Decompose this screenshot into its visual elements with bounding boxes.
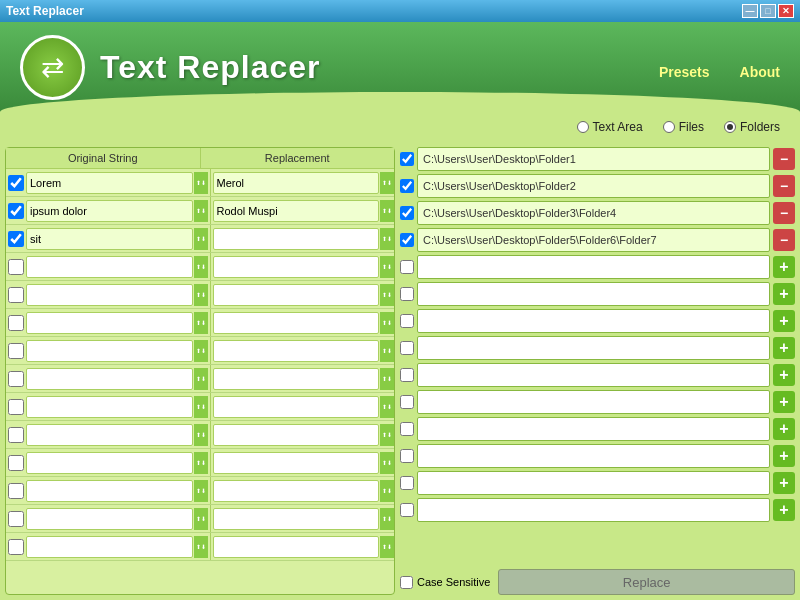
spin-replacement-5[interactable] (380, 312, 394, 334)
original-input-10[interactable] (26, 452, 193, 474)
spin-original-5[interactable] (194, 312, 208, 334)
radio-text-area[interactable] (577, 121, 589, 133)
folder-checkbox-4[interactable] (400, 260, 414, 274)
folder-remove-btn-3[interactable]: − (773, 229, 795, 251)
folder-checkbox-1[interactable] (400, 179, 414, 193)
folder-input-12[interactable] (417, 471, 770, 495)
tab-text-area[interactable]: Text Area (577, 120, 643, 134)
close-button[interactable]: ✕ (778, 4, 794, 18)
row-checkbox-11[interactable] (8, 483, 24, 499)
original-input-0[interactable] (26, 172, 193, 194)
row-checkbox-0[interactable] (8, 175, 24, 191)
folder-checkbox-0[interactable] (400, 152, 414, 166)
row-checkbox-1[interactable] (8, 203, 24, 219)
row-checkbox-4[interactable] (8, 287, 24, 303)
folder-add-btn-8[interactable]: + (773, 364, 795, 386)
spin-original-12[interactable] (194, 508, 208, 530)
replacement-input-3[interactable] (213, 256, 380, 278)
case-sensitive-option[interactable]: Case Sensitive (400, 576, 490, 589)
spin-replacement-12[interactable] (380, 508, 394, 530)
replacement-input-12[interactable] (213, 508, 380, 530)
folder-input-8[interactable] (417, 363, 770, 387)
spin-original-6[interactable] (194, 340, 208, 362)
folder-checkbox-7[interactable] (400, 341, 414, 355)
folder-input-0[interactable] (417, 147, 770, 171)
spin-replacement-9[interactable] (380, 424, 394, 446)
spin-original-0[interactable] (194, 172, 208, 194)
folder-remove-btn-2[interactable]: − (773, 202, 795, 224)
folder-checkbox-5[interactable] (400, 287, 414, 301)
spin-original-7[interactable] (194, 368, 208, 390)
replacement-input-4[interactable] (213, 284, 380, 306)
tab-files[interactable]: Files (663, 120, 704, 134)
original-input-1[interactable] (26, 200, 193, 222)
folder-input-3[interactable] (417, 228, 770, 252)
spin-replacement-13[interactable] (380, 536, 394, 558)
row-checkbox-3[interactable] (8, 259, 24, 275)
folder-checkbox-10[interactable] (400, 422, 414, 436)
presets-link[interactable]: Presets (659, 64, 710, 80)
spin-original-2[interactable] (194, 228, 208, 250)
spin-replacement-6[interactable] (380, 340, 394, 362)
original-input-13[interactable] (26, 536, 193, 558)
folder-input-1[interactable] (417, 174, 770, 198)
folder-input-11[interactable] (417, 444, 770, 468)
row-checkbox-10[interactable] (8, 455, 24, 471)
radio-folders[interactable] (724, 121, 736, 133)
replacement-input-13[interactable] (213, 536, 380, 558)
spin-replacement-0[interactable] (380, 172, 394, 194)
spin-original-13[interactable] (194, 536, 208, 558)
folder-add-btn-6[interactable]: + (773, 310, 795, 332)
row-checkbox-7[interactable] (8, 371, 24, 387)
spin-replacement-3[interactable] (380, 256, 394, 278)
spin-replacement-1[interactable] (380, 200, 394, 222)
folder-checkbox-13[interactable] (400, 503, 414, 517)
folder-checkbox-6[interactable] (400, 314, 414, 328)
replacement-input-11[interactable] (213, 480, 380, 502)
row-checkbox-5[interactable] (8, 315, 24, 331)
replacement-input-0[interactable] (213, 172, 380, 194)
original-input-12[interactable] (26, 508, 193, 530)
about-link[interactable]: About (740, 64, 780, 80)
folder-add-btn-9[interactable]: + (773, 391, 795, 413)
row-checkbox-9[interactable] (8, 427, 24, 443)
maximize-button[interactable]: □ (760, 4, 776, 18)
folder-remove-btn-1[interactable]: − (773, 175, 795, 197)
spin-replacement-11[interactable] (380, 480, 394, 502)
folder-input-2[interactable] (417, 201, 770, 225)
folder-input-10[interactable] (417, 417, 770, 441)
original-input-8[interactable] (26, 396, 193, 418)
replacement-input-7[interactable] (213, 368, 380, 390)
folder-add-btn-5[interactable]: + (773, 283, 795, 305)
spin-original-4[interactable] (194, 284, 208, 306)
spin-original-3[interactable] (194, 256, 208, 278)
tab-folders[interactable]: Folders (724, 120, 780, 134)
folder-checkbox-9[interactable] (400, 395, 414, 409)
folder-add-btn-4[interactable]: + (773, 256, 795, 278)
spin-original-11[interactable] (194, 480, 208, 502)
replacement-input-2[interactable] (213, 228, 380, 250)
folder-checkbox-8[interactable] (400, 368, 414, 382)
spin-original-1[interactable] (194, 200, 208, 222)
folder-checkbox-2[interactable] (400, 206, 414, 220)
replace-button[interactable]: Replace (498, 569, 795, 595)
folder-add-btn-7[interactable]: + (773, 337, 795, 359)
folder-add-btn-11[interactable]: + (773, 445, 795, 467)
folder-checkbox-11[interactable] (400, 449, 414, 463)
folder-remove-btn-0[interactable]: − (773, 148, 795, 170)
folder-add-btn-13[interactable]: + (773, 499, 795, 521)
radio-files[interactable] (663, 121, 675, 133)
spin-original-10[interactable] (194, 452, 208, 474)
replacement-input-8[interactable] (213, 396, 380, 418)
folder-add-btn-12[interactable]: + (773, 472, 795, 494)
original-input-7[interactable] (26, 368, 193, 390)
spin-original-8[interactable] (194, 396, 208, 418)
original-input-4[interactable] (26, 284, 193, 306)
row-checkbox-2[interactable] (8, 231, 24, 247)
minimize-button[interactable]: — (742, 4, 758, 18)
original-input-6[interactable] (26, 340, 193, 362)
folder-checkbox-12[interactable] (400, 476, 414, 490)
case-sensitive-checkbox[interactable] (400, 576, 413, 589)
original-input-2[interactable] (26, 228, 193, 250)
spin-replacement-4[interactable] (380, 284, 394, 306)
